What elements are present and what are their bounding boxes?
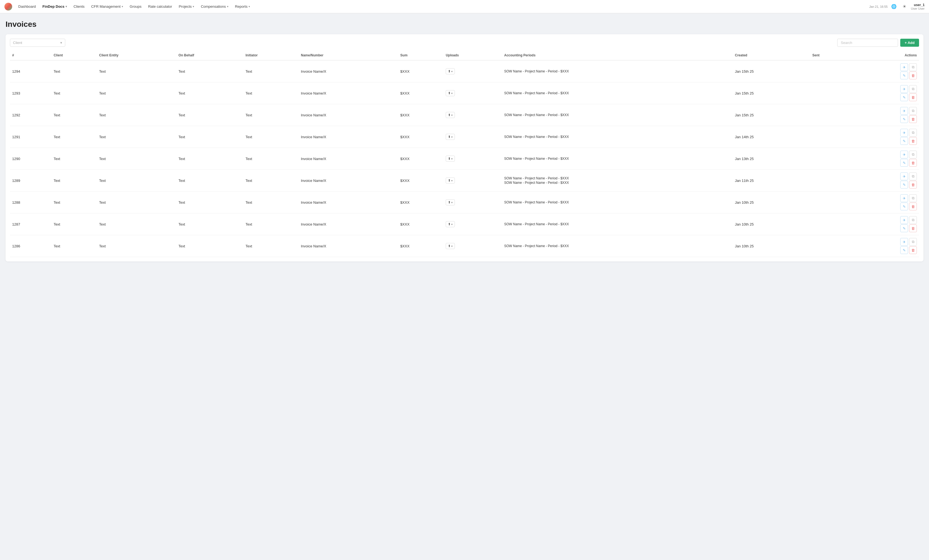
cell-id: 1294 [10,60,51,83]
nav-clients-label: Clients [74,5,84,9]
send-button[interactable]: ✈ [900,85,908,93]
nav-cfr-management[interactable]: CFR Management ▾ [89,3,126,10]
copy-button[interactable]: ⧉ [909,129,917,136]
copy-button[interactable]: ⧉ [909,216,917,224]
copy-button[interactable]: ⧉ [909,85,917,93]
edit-button[interactable]: ✎ [900,137,908,145]
delete-button[interactable]: 🗑 [909,93,917,101]
edit-button[interactable]: ✎ [900,246,908,254]
nav-groups[interactable]: Groups [127,3,144,10]
cell-client-entity: Text [97,191,176,213]
col-accounting-periods: Accounting Periods [502,51,733,60]
cell-on-behalf: Text [176,170,243,191]
action-row-top: ✈ ⧉ [900,129,917,136]
delete-button[interactable]: 🗑 [909,137,917,145]
send-button[interactable]: ✈ [900,216,908,224]
edit-button[interactable]: ✎ [900,203,908,210]
upload-button[interactable]: ⬆ ▾ [446,221,455,227]
copy-button[interactable]: ⧉ [909,194,917,202]
upload-button[interactable]: ⬆ ▾ [446,112,455,118]
cell-client-entity: Text [97,126,176,148]
delete-button[interactable]: 🗑 [909,246,917,254]
upload-button[interactable]: ⬆ ▾ [446,199,455,205]
edit-button[interactable]: ✎ [900,115,908,123]
action-row-top: ✈ ⧉ [900,194,917,202]
send-button[interactable]: ✈ [900,129,908,136]
cell-name-number: Invoice Name/X [299,60,398,83]
upload-button[interactable]: ⬆ ▾ [446,243,455,249]
cell-sent [810,213,849,235]
user-info: user_1 User User [911,3,924,10]
page-container: Invoices Client ▾ + Add # Client Client … [0,13,929,268]
delete-button[interactable]: 🗑 [909,203,917,210]
period-item: SOW Name - Project Name - Period - $XXX [504,200,730,204]
cell-accounting-periods: SOW Name - Project Name - Period - $XXX [502,235,733,257]
accounting-periods-list: SOW Name - Project Name - Period - $XXX [504,91,730,95]
upload-button[interactable]: ⬆ ▾ [446,68,455,74]
cell-actions: ✈ ⧉ ✎ 🗑 [849,60,919,83]
action-row-bottom: ✎ 🗑 [900,246,917,254]
accounting-periods-list: SOW Name - Project Name - Period - $XXX [504,135,730,139]
nav-clients[interactable]: Clients [71,3,87,10]
upload-button[interactable]: ⬆ ▾ [446,156,455,162]
action-row-bottom: ✎ 🗑 [900,225,917,232]
nav-dashboard-label: Dashboard [18,5,36,9]
cell-initiator: Text [243,170,299,191]
cell-on-behalf: Text [176,60,243,83]
cell-name-number: Invoice Name/X [299,235,398,257]
delete-button[interactable]: 🗑 [909,115,917,123]
edit-button[interactable]: ✎ [900,159,908,167]
add-button[interactable]: + Add [900,39,919,47]
copy-button[interactable]: ⧉ [909,173,917,180]
cell-on-behalf: Text [176,191,243,213]
table-row: 1286 Text Text Text Text Invoice Name/X … [10,235,919,257]
upload-dropdown-arrow: ▾ [451,201,452,204]
send-button[interactable]: ✈ [900,107,908,115]
upload-dropdown-arrow: ▾ [451,113,452,117]
delete-button[interactable]: 🗑 [909,72,917,80]
upload-button[interactable]: ⬆ ▾ [446,177,455,184]
send-button[interactable]: ✈ [900,238,908,246]
cell-name-number: Invoice Name/X [299,213,398,235]
action-row-bottom: ✎ 🗑 [900,203,917,210]
upload-button[interactable]: ⬆ ▾ [446,134,455,140]
edit-button[interactable]: ✎ [900,93,908,101]
cell-on-behalf: Text [176,83,243,104]
edit-button[interactable]: ✎ [900,72,908,80]
copy-button[interactable]: ⧉ [909,151,917,158]
actions-cell: ✈ ⧉ ✎ 🗑 [851,194,917,210]
nav-findep-docs[interactable]: FinDep Docs ▾ [40,3,70,10]
action-row-top: ✈ ⧉ [900,107,917,115]
upload-icon: ⬆ [448,179,451,182]
delete-button[interactable]: 🗑 [909,181,917,188]
upload-button[interactable]: ⬆ ▾ [446,90,455,96]
edit-button[interactable]: ✎ [900,225,908,232]
client-select[interactable]: Client ▾ [10,39,65,47]
nav-compensations[interactable]: Compensations ▾ [198,3,231,10]
copy-button[interactable]: ⧉ [909,238,917,246]
delete-button[interactable]: 🗑 [909,225,917,232]
send-button[interactable]: ✈ [900,194,908,202]
nav-projects-chevron: ▾ [193,5,194,8]
nav-projects[interactable]: Projects ▾ [176,3,197,10]
edit-button[interactable]: ✎ [900,181,908,188]
send-button[interactable]: ✈ [900,173,908,180]
delete-button[interactable]: 🗑 [909,159,917,167]
search-input[interactable] [837,39,898,47]
nav-dashboard[interactable]: Dashboard [15,3,39,10]
cell-created: Jan 10th 25 [733,235,810,257]
brand-logo [5,3,12,11]
send-button[interactable]: ✈ [900,151,908,158]
cell-client: Text [51,83,97,104]
send-button[interactable]: ✈ [900,63,908,71]
copy-button[interactable]: ⧉ [909,107,917,115]
accounting-periods-list: SOW Name - Project Name - Period - $XXXS… [504,176,730,185]
nav-reports[interactable]: Reports ▾ [232,3,253,10]
copy-button[interactable]: ⧉ [909,63,917,71]
sun-icon-btn[interactable]: ☀ [900,3,909,11]
client-select-chevron: ▾ [60,41,62,45]
globe-icon-btn[interactable]: 🌐 [890,3,898,11]
action-row-bottom: ✎ 🗑 [900,137,917,145]
navbar: Dashboard FinDep Docs ▾ Clients CFR Mana… [0,0,929,13]
nav-rate-calculator[interactable]: Rate calculator [146,3,175,10]
